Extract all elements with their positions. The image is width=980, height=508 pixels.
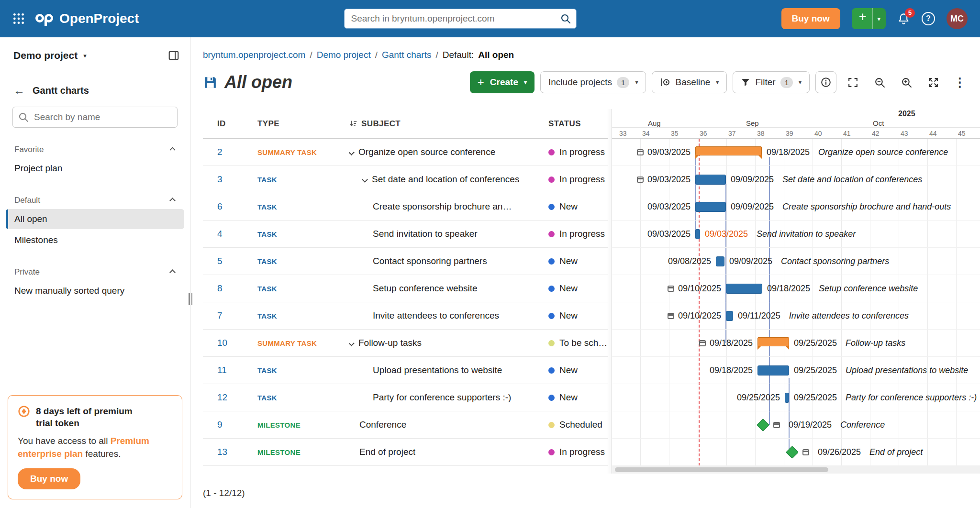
- baseline-button[interactable]: Baseline ▾: [652, 71, 727, 93]
- sidebar-item[interactable]: New manually sorted query: [6, 281, 184, 301]
- gantt-timeline-header: 2025 AugSepOct 3334353637383940414243444…: [612, 109, 980, 139]
- milestone-label-group: 09/26/2025End of project: [802, 439, 923, 465]
- workpackage-id-link[interactable]: 3: [203, 174, 257, 185]
- trial-buy-now-button[interactable]: Buy now: [18, 468, 80, 489]
- create-label: Create: [490, 77, 518, 88]
- quick-add-button[interactable]: + ▾: [852, 8, 886, 29]
- kebab-menu-icon[interactable]: ⋮: [949, 71, 970, 93]
- workpackage-id-link[interactable]: 11: [203, 365, 257, 375]
- column-header-subject[interactable]: SUBJECT: [349, 119, 548, 129]
- table-row[interactable]: 10SUMMARY TASKFollow-up tasksTo be sched…: [203, 330, 608, 357]
- breadcrumb-current-prefix: Default:: [443, 50, 474, 60]
- workpackage-id-link[interactable]: 10: [203, 338, 257, 348]
- scrollbar-thumb[interactable]: [615, 467, 828, 472]
- table-row[interactable]: 2SUMMARY TASKOrganize open source confer…: [203, 139, 608, 166]
- zoom-to-fit-icon[interactable]: [923, 71, 944, 93]
- chevron-down-icon[interactable]: [349, 149, 355, 155]
- sidebar-section-header[interactable]: Default: [0, 192, 190, 208]
- include-projects-button[interactable]: Include projects 1 ▾: [540, 71, 646, 93]
- column-header-type[interactable]: TYPE: [257, 119, 349, 129]
- sidebar-section-header[interactable]: Private: [0, 264, 190, 280]
- page-title: All open: [224, 72, 292, 92]
- sidebar-item[interactable]: All open: [6, 209, 184, 229]
- gantt-week-label: 42: [872, 130, 880, 137]
- breadcrumb-separator: /: [435, 50, 438, 60]
- gantt-week-label: 43: [901, 130, 908, 137]
- back-arrow-icon[interactable]: ←: [13, 85, 25, 96]
- table-row[interactable]: 7TASKInvite attendees to conferencesNew: [203, 302, 608, 330]
- task-bar[interactable]: [726, 311, 733, 321]
- fullscreen-icon[interactable]: [842, 71, 863, 93]
- milestone-diamond[interactable]: [757, 419, 769, 431]
- table-row[interactable]: 8TASKSetup conference websiteNew: [203, 275, 608, 302]
- gantt-week-label: 33: [619, 130, 627, 137]
- openproject-logo[interactable]: OpenProject: [34, 10, 139, 27]
- column-header-id[interactable]: ID: [203, 119, 257, 129]
- task-bar[interactable]: [716, 256, 724, 266]
- workpackage-id-link[interactable]: 13: [203, 447, 257, 457]
- search-icon[interactable]: [560, 13, 571, 24]
- sidebar-resize-handle[interactable]: [189, 293, 192, 305]
- gantt-week-row: 33343536373839404142434445: [612, 127, 980, 139]
- table-row[interactable]: 11TASKUpload presentations to websiteNew: [203, 357, 608, 384]
- task-bar[interactable]: [726, 284, 762, 294]
- summary-task-bar[interactable]: [757, 337, 789, 346]
- sidebar-search-input[interactable]: [12, 107, 178, 128]
- table-row[interactable]: 5TASKContact sponsoring partnersNew: [203, 248, 608, 275]
- table-row[interactable]: 6TASKCreate sponsorship brochure an…New: [203, 193, 608, 221]
- workpackage-id-link[interactable]: 9: [203, 420, 257, 430]
- sidebar-item[interactable]: Project plan: [6, 158, 184, 178]
- breadcrumb-link-instance[interactable]: bryntum.openproject.com: [203, 50, 305, 60]
- chevron-down-icon[interactable]: [349, 340, 355, 346]
- info-button[interactable]: [815, 71, 836, 93]
- table-row[interactable]: 9MILESTONEConferenceScheduled: [203, 411, 608, 439]
- status-dot-icon: [548, 422, 555, 428]
- zoom-out-icon[interactable]: [869, 71, 890, 93]
- workpackage-id-link[interactable]: 6: [203, 201, 257, 212]
- table-gantt-splitter[interactable]: [608, 109, 612, 474]
- summary-task-bar[interactable]: [695, 146, 762, 155]
- status-label: In progress: [559, 447, 605, 457]
- workpackage-id-link[interactable]: 5: [203, 256, 257, 266]
- task-bar[interactable]: [785, 393, 789, 403]
- start-date-label: 09/10/2025: [678, 311, 721, 321]
- table-row[interactable]: 13MILESTONEEnd of projectIn progress: [203, 439, 608, 466]
- table-row[interactable]: 3TASKSet date and location of conference…: [203, 166, 608, 193]
- column-header-status[interactable]: STATUS: [548, 119, 608, 129]
- global-search-input[interactable]: [344, 9, 577, 29]
- sidebar-section-header[interactable]: Favorite: [0, 141, 190, 157]
- collapse-sidebar-icon[interactable]: [168, 50, 179, 61]
- notifications-button[interactable]: 5: [897, 12, 910, 25]
- save-icon[interactable]: [203, 75, 218, 90]
- help-button[interactable]: ?: [922, 12, 935, 25]
- sidebar-item[interactable]: Milestones: [6, 230, 184, 250]
- filter-button[interactable]: Filter 1 ▾: [733, 71, 810, 93]
- zoom-in-icon[interactable]: [896, 71, 917, 93]
- task-bar[interactable]: [695, 229, 700, 239]
- breadcrumb-link-project[interactable]: Demo project: [317, 50, 371, 60]
- table-row[interactable]: 4TASKSend invitation to speakerIn progre…: [203, 221, 608, 248]
- workpackage-id-link[interactable]: 4: [203, 229, 257, 239]
- table-row[interactable]: 12TASKParty for conference supporters :-…: [203, 384, 608, 411]
- create-button[interactable]: + Create ▾: [470, 71, 535, 93]
- chevron-down-icon[interactable]: [362, 177, 368, 183]
- task-bar[interactable]: [757, 365, 789, 375]
- type-label: TASK: [257, 257, 349, 265]
- workpackage-id-link[interactable]: 12: [203, 392, 257, 403]
- topbar-buy-now-button[interactable]: Buy now: [781, 8, 840, 29]
- status-dot-icon: [548, 258, 555, 265]
- workpackage-id-link[interactable]: 8: [203, 283, 257, 294]
- breadcrumb-link-gantt[interactable]: Gantt charts: [382, 50, 432, 60]
- caret-down-icon: ▾: [635, 79, 638, 86]
- avatar[interactable]: MC: [947, 8, 968, 29]
- task-bar[interactable]: [695, 202, 726, 212]
- task-name-label: Set date and location of conferences: [782, 175, 922, 185]
- workpackage-id-link[interactable]: 7: [203, 310, 257, 321]
- apps-grid-icon[interactable]: [12, 12, 25, 25]
- task-bar[interactable]: [695, 175, 726, 185]
- gantt-horizontal-scrollbar[interactable]: [612, 466, 980, 474]
- sidebar-item-label: New manually sorted query: [14, 286, 124, 296]
- project-selector[interactable]: Demo project ▾: [0, 37, 190, 72]
- workpackage-id-link[interactable]: 2: [203, 147, 257, 157]
- milestone-diamond[interactable]: [786, 446, 799, 459]
